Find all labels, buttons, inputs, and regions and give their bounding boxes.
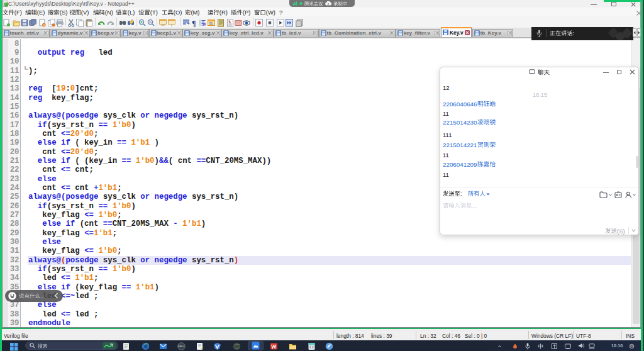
svg-text:DELL: DELL: [178, 345, 185, 348]
svg-text:¶: ¶: [192, 19, 196, 27]
svg-text:G: G: [630, 344, 633, 348]
